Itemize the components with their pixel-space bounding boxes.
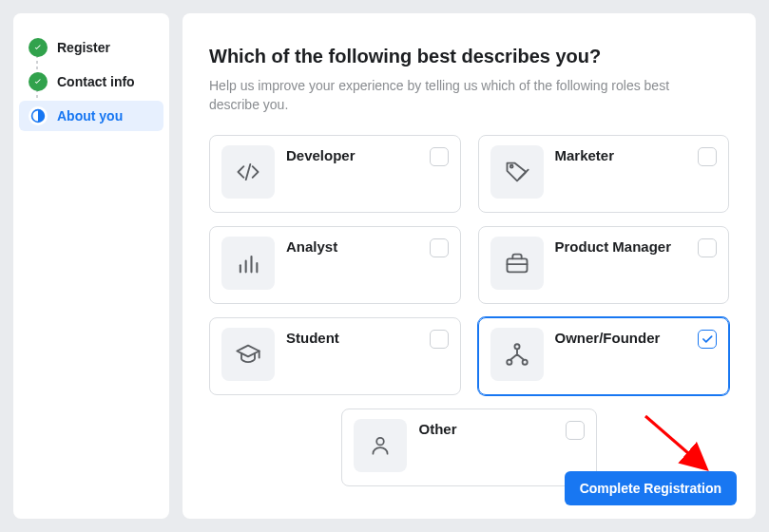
role-card-marketer[interactable]: Marketer [478, 135, 730, 213]
check-circle-icon [29, 72, 48, 91]
step-contact-info[interactable]: Contact info [19, 66, 163, 97]
role-card-student[interactable]: Student [209, 317, 461, 395]
role-label: Owner/Founder [555, 330, 687, 346]
role-label: Product Manager [555, 238, 687, 255]
role-checkbox[interactable] [430, 330, 449, 349]
step-label: Register [57, 40, 110, 55]
step-about-you[interactable]: About you [19, 101, 163, 131]
step-register[interactable]: Register [19, 32, 163, 63]
role-label: Student [286, 330, 418, 346]
svg-point-10 [514, 344, 519, 349]
role-card-product-manager[interactable]: Product Manager [478, 226, 730, 304]
role-checkbox[interactable] [698, 330, 717, 349]
role-grid: Developer Marketer Analyst [209, 135, 729, 395]
role-checkbox[interactable] [566, 421, 585, 440]
bar-chart-icon [221, 237, 275, 290]
check-icon [701, 332, 714, 346]
role-checkbox[interactable] [430, 238, 449, 257]
tag-icon [490, 145, 544, 199]
briefcase-icon [490, 237, 544, 290]
role-checkbox[interactable] [430, 147, 449, 166]
role-label: Other [418, 421, 553, 437]
step-label: Contact info [57, 74, 135, 89]
check-circle-icon [29, 38, 48, 57]
role-card-analyst[interactable]: Analyst [209, 226, 461, 304]
role-card-developer[interactable]: Developer [209, 135, 461, 213]
role-checkbox[interactable] [698, 238, 717, 257]
main-panel: Which of the following best describes yo… [183, 13, 756, 519]
sidebar: Register Contact info About you [13, 13, 169, 519]
step-label: About you [57, 108, 123, 124]
svg-line-1 [246, 164, 251, 180]
role-card-other[interactable]: Other [341, 408, 596, 486]
graduation-cap-icon [221, 328, 275, 381]
complete-registration-button[interactable]: Complete Registration [565, 471, 737, 505]
code-icon [221, 145, 275, 199]
role-checkbox[interactable] [698, 147, 717, 166]
half-circle-icon [29, 106, 48, 125]
page-title: Which of the following best describes yo… [209, 46, 729, 67]
svg-point-2 [509, 165, 512, 168]
role-label: Marketer [555, 147, 687, 163]
svg-rect-7 [507, 259, 527, 273]
page-subtitle: Help us improve your experience by telli… [209, 77, 703, 114]
svg-point-13 [377, 438, 385, 446]
role-label: Analyst [286, 238, 418, 255]
role-card-owner-founder[interactable]: Owner/Founder [478, 317, 730, 395]
role-label: Developer [286, 147, 418, 163]
person-icon [354, 419, 407, 472]
org-tree-icon [490, 328, 544, 381]
